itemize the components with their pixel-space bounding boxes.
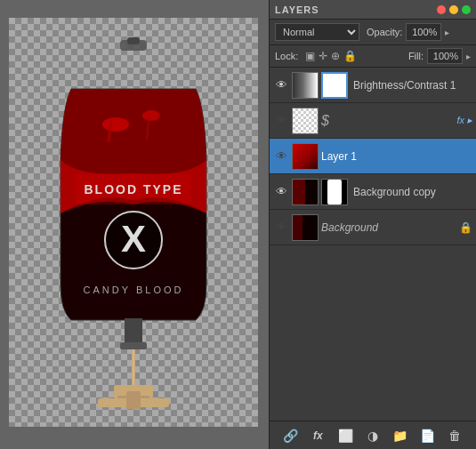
opacity-arrow[interactable]: ▸	[445, 28, 449, 37]
fx-icon: fx	[313, 429, 323, 442]
layer-thumbs-wrapper	[292, 214, 321, 241]
layer-name: $	[321, 113, 453, 129]
new-layer-icon: 📄	[420, 429, 435, 443]
svg-rect-16	[126, 391, 141, 409]
maximize-button[interactable]	[462, 5, 471, 14]
blood-bag-image: BLOOD TYPE X CANDY BLOOD	[44, 36, 222, 409]
new-layer-button[interactable]: 📄	[418, 426, 438, 445]
layer-thumbnail	[292, 108, 319, 134]
layer-thumbnail	[292, 143, 319, 170]
fill-label: Fill:	[408, 51, 424, 61]
delete-layer-button[interactable]: 🗑	[445, 426, 464, 445]
layer-mask-thumbnail	[321, 179, 348, 205]
layer-visibility-toggle[interactable]: 👁	[273, 77, 289, 93]
layer-visibility-toggle[interactable]: 👁	[273, 148, 289, 164]
eye-icon-hidden: 👁	[276, 114, 287, 127]
layer-item[interactable]: 👁 Brightness/Contrast 1	[270, 68, 476, 103]
lock-row: Lock: ▣ ✛ ⊕ 🔒 Fill: 100% ▸	[270, 45, 476, 68]
group-icon: 📁	[392, 429, 407, 443]
mask-icon: ⬜	[338, 429, 353, 443]
lock-all-icon[interactable]: 🔒	[343, 50, 357, 62]
svg-text:CANDY BLOOD: CANDY BLOOD	[84, 285, 184, 295]
eye-icon: 👁	[276, 78, 287, 92]
close-button[interactable]	[437, 5, 446, 14]
adjustment-button[interactable]: ◑	[363, 426, 383, 445]
layer-name: Background	[321, 221, 456, 234]
link-icon: 🔗	[283, 429, 298, 443]
layer-item-active[interactable]: 👁 Layer 1	[270, 139, 476, 174]
layers-panel: LAYERS Normal Multiply Screen Overlay Op…	[269, 0, 476, 449]
blend-mode-row: Normal Multiply Screen Overlay Opacity: …	[270, 20, 476, 45]
blood-bag-container: BLOOD TYPE X CANDY BLOOD	[36, 27, 231, 418]
layer-name: Background copy	[353, 186, 472, 198]
layer-thumbnail	[292, 72, 319, 99]
fill-arrow[interactable]: ▸	[466, 52, 471, 61]
eye-icon: 👁	[276, 185, 287, 198]
layer-item[interactable]: 👁 Background copy	[270, 174, 476, 210]
eye-icon-hidden: 👁	[276, 220, 287, 234]
minimize-button[interactable]	[449, 5, 458, 14]
layer-item[interactable]: 👁 Background 🔒	[270, 210, 476, 245]
layer-thumbnail	[292, 214, 319, 241]
lock-move-icon[interactable]: ⊕	[331, 50, 340, 62]
layer-thumbnail	[292, 179, 319, 205]
layer-thumbs-wrapper	[292, 108, 321, 134]
svg-text:BLOOD TYPE: BLOOD TYPE	[84, 182, 182, 196]
svg-rect-1	[127, 37, 140, 44]
mask-button[interactable]: ⬜	[335, 426, 355, 445]
canvas-area: BLOOD TYPE X CANDY BLOOD	[0, 0, 269, 449]
lock-indicator-icon: 🔒	[459, 221, 472, 234]
opacity-input[interactable]: 100%	[406, 23, 441, 41]
layer-mask-thumbnail	[321, 72, 348, 99]
opacity-label: Opacity:	[367, 27, 402, 37]
layer-thumbs-wrapper	[292, 72, 353, 99]
fx-badge: fx ▸	[456, 115, 472, 126]
lock-pixels-icon[interactable]: ▣	[305, 50, 315, 62]
lock-label: Lock:	[275, 51, 298, 61]
lock-position-icon[interactable]: ✛	[319, 50, 327, 62]
layer-name: Brightness/Contrast 1	[353, 79, 472, 92]
adjustment-icon: ◑	[367, 429, 378, 443]
svg-point-2	[102, 117, 129, 132]
panel-window-controls	[437, 5, 471, 14]
layer-visibility-toggle[interactable]: 👁	[273, 220, 289, 236]
delete-icon: 🗑	[448, 429, 461, 443]
layer-name: Layer 1	[321, 150, 472, 163]
panel-title-bar: LAYERS	[270, 0, 476, 20]
fill-input[interactable]: 100%	[427, 48, 463, 64]
blend-mode-select[interactable]: Normal Multiply Screen Overlay	[275, 23, 359, 41]
layer-visibility-toggle[interactable]: 👁	[273, 184, 289, 200]
layer-item[interactable]: 👁 $ fx ▸	[270, 103, 476, 139]
panel-title: LAYERS	[275, 4, 319, 15]
fx-button[interactable]: fx	[308, 426, 327, 445]
layer-list: 👁 Brightness/Contrast 1 👁 $ fx ▸	[270, 68, 476, 421]
svg-rect-10	[120, 342, 147, 349]
layer-thumbs-wrapper	[292, 143, 321, 170]
layer-thumbs-wrapper	[292, 179, 353, 205]
svg-rect-9	[125, 318, 142, 345]
link-button[interactable]: 🔗	[280, 426, 300, 445]
svg-point-3	[142, 110, 160, 121]
layer-visibility-toggle[interactable]: 👁	[273, 113, 289, 129]
eye-icon-hidden: 👁	[276, 149, 287, 163]
svg-text:X: X	[121, 218, 146, 260]
group-button[interactable]: 📁	[391, 426, 410, 445]
bottom-toolbar: 🔗 fx ⬜ ◑ 📁 📄 🗑	[270, 421, 476, 449]
